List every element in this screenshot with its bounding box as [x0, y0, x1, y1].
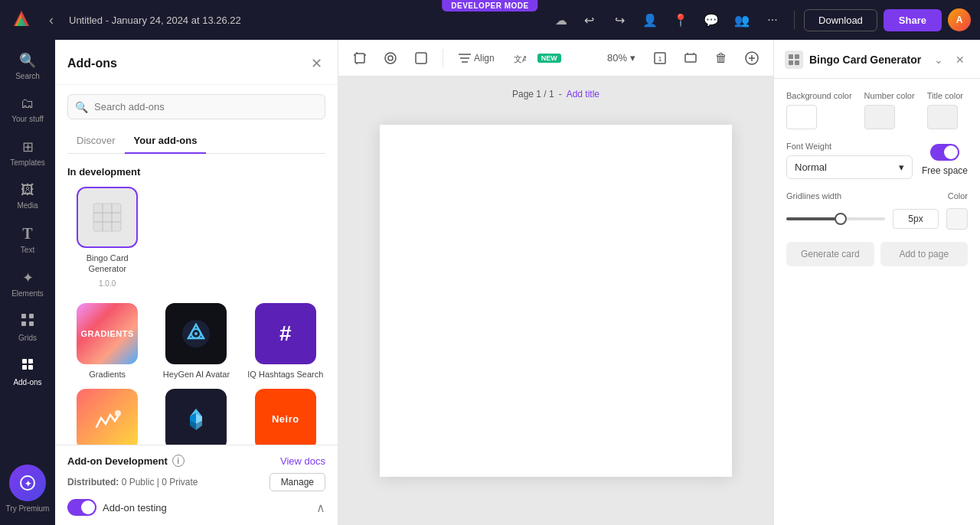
svg-rect-13: [93, 204, 121, 231]
delete-button[interactable]: 🗑: [709, 46, 733, 70]
sidebar-item-search[interactable]: 🔍 Search: [5, 46, 51, 86]
sidebar-item-grids[interactable]: Grids: [5, 307, 51, 348]
tab-discover[interactable]: Discover: [67, 129, 125, 154]
toolbar-sep-1: [443, 49, 443, 67]
sidebar-item-media[interactable]: 🖼 Media: [5, 176, 51, 216]
shape-tool[interactable]: [409, 46, 433, 70]
manage-button[interactable]: Manage: [270, 473, 325, 491]
addon-dev-row: Add-on Development i View docs: [67, 455, 325, 467]
share-button[interactable]: Share: [884, 9, 942, 31]
generate-card-button[interactable]: Generate card: [786, 242, 874, 266]
svg-point-30: [388, 56, 393, 60]
premium-wrapper: ✦ Try Premium: [6, 465, 50, 519]
redo-button[interactable]: ↪: [607, 8, 632, 32]
right-panel-body: Background color Number color Title colo…: [774, 79, 980, 525]
font-weight-chevron: ▾: [899, 161, 904, 173]
effects-tool[interactable]: [378, 46, 403, 70]
addon-testing-toggle[interactable]: [67, 499, 96, 516]
location-icon[interactable]: 📍: [668, 8, 693, 32]
position-tool[interactable]: [678, 46, 703, 70]
in-development-title: In development: [67, 166, 325, 178]
page-separator: -: [559, 89, 562, 99]
addons-search-input[interactable]: [67, 94, 325, 119]
addon-item-neiro[interactable]: Neiro Neiro: [246, 389, 325, 445]
sidebar-item-grids-label: Grids: [18, 334, 37, 342]
align-button[interactable]: Align: [452, 50, 501, 67]
undo-button[interactable]: ↩: [577, 8, 601, 32]
font-weight-value: Normal: [795, 161, 827, 173]
number-color-label: Number color: [864, 91, 915, 100]
sidebar-item-yourstuff[interactable]: 🗂 Your stuff: [5, 90, 51, 129]
back-button[interactable]: ‹: [43, 9, 60, 31]
add-title-link[interactable]: Add title: [567, 89, 599, 99]
addon-item-4[interactable]: [67, 389, 147, 445]
more-options-button[interactable]: ···: [760, 8, 785, 32]
search-icon: 🔍: [75, 101, 88, 113]
addons-close-button[interactable]: ✕: [308, 52, 325, 75]
gridlines-slider[interactable]: [786, 213, 885, 225]
add-to-page-button[interactable]: Add to page: [880, 242, 969, 266]
gridlines-color-swatch[interactable]: [946, 208, 968, 230]
canvas-wrapper: Page 1 / 1 - Add title: [338, 77, 773, 525]
font-free-row: Font Weight Normal ▾ Free space: [786, 142, 968, 179]
sidebar-item-elements[interactable]: ✦ Elements: [5, 263, 51, 304]
addon-item-gradients[interactable]: GRADIENTS Gradients: [67, 303, 147, 380]
addon-item-5[interactable]: [156, 389, 236, 445]
zoom-value: 80%: [607, 52, 627, 64]
iqhashtags-name: IQ Hashtags Search: [247, 369, 323, 380]
translate-tool[interactable]: 文A: [507, 46, 531, 70]
svg-rect-4: [29, 314, 34, 318]
svg-point-22: [115, 410, 121, 416]
background-color-swatch[interactable]: [786, 105, 817, 129]
view-docs-link[interactable]: View docs: [280, 455, 325, 467]
tab-your-addons[interactable]: Your add-ons: [125, 129, 207, 154]
testing-label: Add-on testing: [103, 502, 167, 514]
addon-item-heygenai[interactable]: HeyGen AI Avatar: [156, 303, 236, 380]
iqhashtags-thumbnail: #: [255, 303, 316, 364]
sidebar-item-addons[interactable]: Add-ons: [5, 351, 51, 393]
sidebar-item-templates[interactable]: ⊞ Templates: [5, 132, 51, 173]
font-weight-select[interactable]: Normal ▾: [786, 155, 913, 179]
sidebar-item-text[interactable]: T Text: [5, 219, 51, 260]
add-element-button[interactable]: [740, 46, 764, 70]
gridlines-controls: [786, 208, 968, 230]
canvas-page: [380, 125, 732, 477]
addon4-thumbnail: [77, 389, 138, 445]
free-space-toggle[interactable]: [930, 144, 959, 161]
px-input[interactable]: [893, 209, 939, 229]
elements-icon: ✦: [22, 269, 34, 286]
page-nav-button[interactable]: 1: [648, 46, 672, 70]
addon-item-bingo[interactable]: Bingo CardGenerator 1.0.0: [67, 187, 147, 288]
panel-expand-button[interactable]: ⌄: [929, 51, 948, 69]
panel-close-button[interactable]: ✕: [951, 51, 969, 69]
number-color-swatch[interactable]: [864, 105, 895, 129]
crop-tool[interactable]: [348, 46, 372, 70]
svg-rect-6: [29, 321, 34, 326]
info-icon[interactable]: i: [172, 455, 185, 467]
collapse-button[interactable]: ∧: [316, 501, 325, 515]
canvas-area: Align 文A NEW 80% ▾ 1: [338, 40, 773, 525]
collaborate-icon[interactable]: 👥: [730, 8, 754, 32]
account-icon[interactable]: 👤: [638, 8, 662, 32]
heygenai-thumbnail: [165, 303, 227, 364]
title-color-swatch[interactable]: [927, 105, 958, 129]
gradients-thumbnail: GRADIENTS: [77, 303, 138, 364]
gridlines-section: Gridlines width Color: [786, 191, 968, 230]
comment-icon[interactable]: 💬: [699, 8, 724, 32]
page-info-bar: Page 1 / 1 - Add title: [512, 89, 599, 99]
zoom-control[interactable]: 80% ▾: [601, 49, 642, 67]
slider-thumb[interactable]: [835, 213, 847, 225]
heygenai-name: HeyGen AI Avatar: [163, 369, 230, 380]
sidebar-item-elements-label: Elements: [11, 289, 44, 298]
toggle-row: Add-on testing ∧: [67, 491, 325, 516]
generate-row: Generate card Add to page: [786, 242, 968, 266]
svg-rect-10: [28, 365, 33, 370]
download-button[interactable]: Download: [804, 9, 877, 31]
addon-item-iqhashtags[interactable]: # IQ Hashtags Search: [246, 303, 325, 380]
try-premium-button[interactable]: ✦: [9, 465, 46, 501]
neiro-thumbnail: Neiro: [255, 389, 316, 445]
zoom-dropdown-icon: ▾: [630, 52, 635, 64]
number-color-item: Number color: [864, 91, 915, 129]
distributed-text: Distributed: 0 Public | 0 Private: [67, 477, 198, 488]
app-logo: [9, 8, 34, 32]
